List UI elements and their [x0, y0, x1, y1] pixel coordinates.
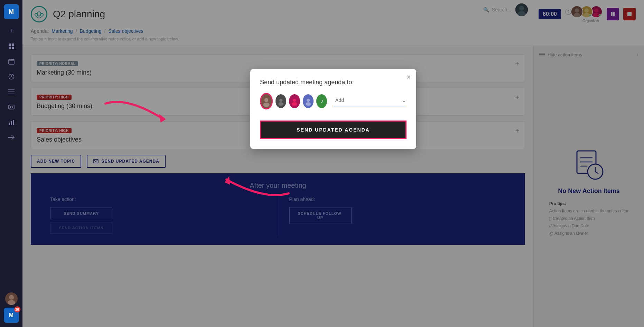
- sidebar-item-clock[interactable]: [5, 70, 18, 83]
- svg-rect-4: [9, 59, 14, 64]
- svg-point-53: [264, 98, 269, 102]
- arrow-decoration-1: [92, 41, 213, 180]
- svg-point-62: [307, 99, 310, 102]
- dropdown-chevron-icon[interactable]: ⌄: [401, 96, 407, 104]
- modal-close-button[interactable]: ×: [407, 73, 411, 81]
- user-avatar-sidebar[interactable]: [5, 292, 18, 305]
- sidebar-item-list[interactable]: [5, 86, 18, 98]
- svg-point-54: [263, 103, 269, 107]
- sidebar-item-arrow[interactable]: [5, 131, 18, 144]
- svg-rect-14: [9, 105, 14, 109]
- sidebar-bottom-logo[interactable]: M 30: [4, 308, 19, 323]
- svg-text:J: J: [320, 99, 323, 103]
- add-recipient-input[interactable]: [333, 96, 399, 104]
- recipient-row: J ⌄: [260, 93, 407, 109]
- svg-point-57: [278, 102, 283, 106]
- main-content: 🔍 Search... Q2 planning: [22, 0, 644, 327]
- svg-rect-17: [11, 121, 12, 125]
- sidebar: M + M 30: [0, 0, 22, 327]
- sidebar-item-add[interactable]: +: [5, 25, 18, 37]
- sidebar-item-film[interactable]: [5, 101, 18, 113]
- svg-line-10: [11, 77, 12, 77]
- svg-point-60: [292, 102, 297, 106]
- modal-overlay[interactable]: Send updated meeting agenda to: × J: [22, 0, 644, 327]
- sidebar-logo[interactable]: M: [4, 4, 19, 19]
- svg-rect-2: [9, 47, 11, 49]
- recipient-avatar-3[interactable]: [289, 94, 300, 108]
- recipient-avatar-4[interactable]: [303, 94, 314, 108]
- send-updated-agenda-button[interactable]: SEND UPDATED AGENDA: [260, 121, 407, 139]
- svg-point-59: [293, 99, 296, 102]
- recipient-avatar-2[interactable]: [276, 94, 286, 108]
- sidebar-item-calendar[interactable]: [5, 55, 18, 68]
- sidebar-item-chart[interactable]: [5, 116, 18, 128]
- svg-point-56: [279, 99, 282, 102]
- svg-point-21: [9, 295, 14, 300]
- modal-title: Send updated meeting agenda to:: [260, 79, 407, 86]
- svg-rect-0: [9, 44, 11, 46]
- svg-marker-67: [225, 176, 230, 185]
- recipient-avatar-1[interactable]: [260, 93, 273, 109]
- sidebar-item-grid[interactable]: [5, 40, 18, 52]
- notification-badge: 30: [14, 306, 20, 312]
- modal-dialog: Send updated meeting agenda to: × J: [250, 69, 416, 149]
- svg-rect-16: [9, 123, 10, 125]
- svg-rect-1: [12, 44, 14, 46]
- svg-point-15: [10, 106, 12, 108]
- svg-point-63: [306, 102, 311, 106]
- recipient-avatar-5[interactable]: J: [316, 94, 327, 108]
- svg-marker-66: [159, 114, 166, 123]
- svg-rect-3: [12, 47, 14, 49]
- svg-rect-18: [13, 120, 14, 125]
